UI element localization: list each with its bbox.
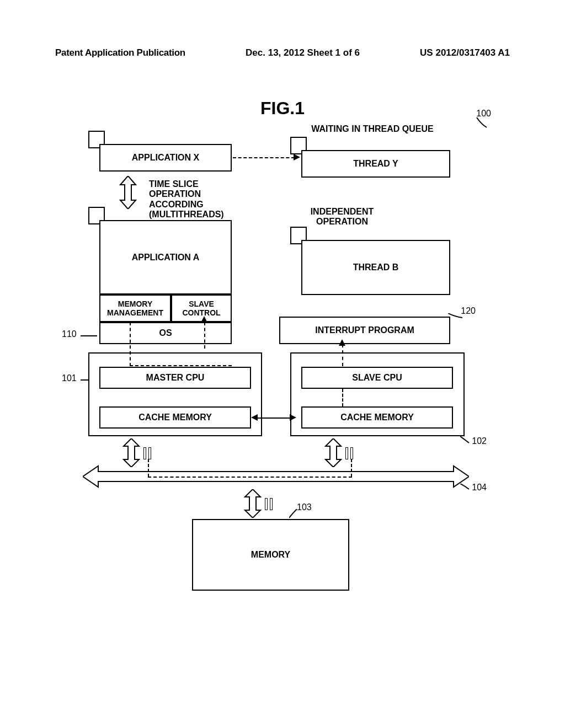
dashed-v1 <box>130 322 131 366</box>
leader-103 <box>289 509 298 519</box>
dashed-v2 <box>204 322 205 349</box>
ref-103: 103 <box>297 502 312 512</box>
timeslice-label: TIME SLICE OPERATION ACCORDING (MULTITHR… <box>149 179 243 220</box>
cache-link <box>257 417 291 419</box>
thread-b: THREAD B <box>301 240 450 295</box>
memory-management: MEMORY MANAGEMENT <box>99 295 171 322</box>
cache-memory-2: CACHE MEMORY <box>301 406 453 429</box>
up-down-arrow-3 <box>323 438 343 467</box>
arrow-right-icon <box>294 154 300 160</box>
up-down-arrow-2 <box>121 438 141 467</box>
ref-101: 101 <box>62 373 77 383</box>
tick-2 <box>345 447 353 459</box>
dashed-bus-v1 <box>148 459 149 477</box>
ref-102: 102 <box>472 436 487 446</box>
tick-1 <box>143 447 151 459</box>
leader-110 <box>81 334 98 338</box>
pub-label: Patent Application Publication <box>55 47 185 58</box>
memory-box: MEMORY <box>192 519 349 591</box>
independent-label: INDEPENDENT OPERATION <box>287 207 397 227</box>
waiting-label: WAITING IN THREAD QUEUE <box>303 124 441 134</box>
arrow-left-icon <box>251 414 258 421</box>
slave-cpu: SLAVE CPU <box>301 367 453 389</box>
svg-marker-3 <box>124 438 139 467</box>
svg-marker-6 <box>245 489 260 518</box>
diagram: 100 WAITING IN THREAD QUEUE APPLICATION … <box>66 97 486 604</box>
ref-110: 110 <box>62 329 77 339</box>
ref-104: 104 <box>472 483 487 493</box>
os-box: OS <box>99 322 232 344</box>
tick-3 <box>265 498 273 510</box>
bus-arrow <box>83 465 469 490</box>
thread-y: THREAD Y <box>301 150 450 178</box>
arrow-right-icon-2 <box>290 414 296 421</box>
leader-120 <box>448 313 463 319</box>
leader-102 <box>460 436 470 444</box>
svg-marker-0 <box>120 176 136 209</box>
dashed-h2 <box>130 365 232 366</box>
leader-100 <box>476 116 488 129</box>
dashed-bus-v2 <box>351 459 352 477</box>
master-cpu: MASTER CPU <box>99 367 251 389</box>
up-down-arrow-1 <box>118 176 138 209</box>
leader-101 <box>81 378 90 382</box>
dashed-arrow <box>233 157 295 158</box>
interrupt-program: INTERRUPT PROGRAM <box>279 317 450 344</box>
application-a: APPLICATION A <box>99 220 232 295</box>
pub-number: US 2012/0317403 A1 <box>420 47 510 58</box>
arrow-up-icon-2 <box>339 339 345 346</box>
dashed-bus <box>148 477 352 478</box>
dashed-v4 <box>342 389 343 406</box>
arrow-up-icon-1 <box>201 316 207 323</box>
up-down-arrow-4 <box>243 489 263 518</box>
svg-marker-4 <box>326 438 341 467</box>
cache-memory-1: CACHE MEMORY <box>99 406 251 429</box>
sheet-label: Dec. 13, 2012 Sheet 1 of 6 <box>246 47 360 58</box>
dashed-v3 <box>342 344 343 366</box>
leader-104 <box>460 484 470 490</box>
application-x: APPLICATION X <box>99 144 232 172</box>
